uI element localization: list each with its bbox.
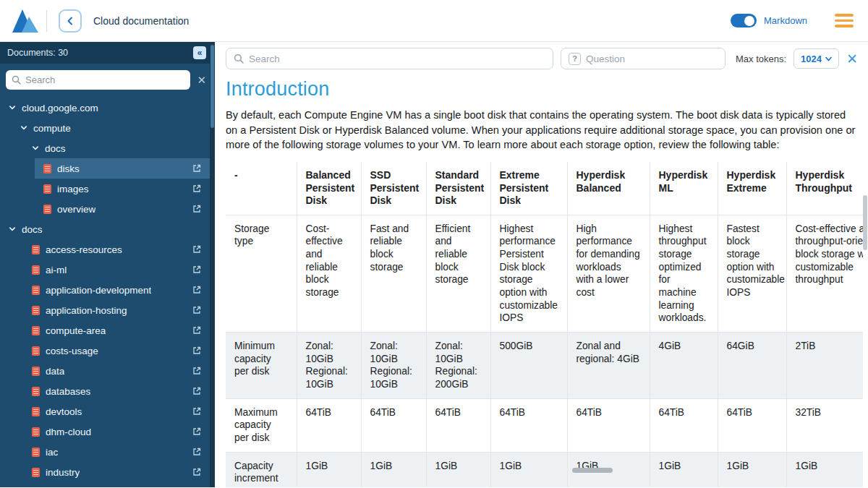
chevron-down-icon — [32, 145, 39, 152]
sidebar-item-docs[interactable]: docs — [23, 138, 210, 158]
folder-label: cloud.google.com — [22, 103, 98, 114]
external-link-icon[interactable] — [192, 367, 201, 375]
document-icon — [43, 164, 51, 174]
document-icon — [32, 286, 40, 295]
search-icon — [12, 75, 21, 85]
external-link-icon[interactable] — [192, 326, 201, 335]
document-label: data — [46, 366, 64, 377]
external-link-icon[interactable] — [192, 427, 201, 436]
sidebar-item-data[interactable]: data — [23, 361, 210, 381]
document-icon — [32, 326, 40, 335]
sidebar-item-costs-usage[interactable]: costs-usage — [23, 341, 210, 361]
document-icon — [32, 306, 40, 315]
sidebar-item-docs[interactable]: docs — [0, 219, 210, 239]
document-icon — [43, 184, 51, 194]
close-icon[interactable]: ✕ — [846, 52, 858, 66]
app-logo — [9, 7, 42, 35]
search-field — [226, 48, 553, 69]
table-cell: Cost-effective and throughput-oriented b… — [786, 215, 863, 332]
document-icon — [32, 407, 40, 416]
column-header: SSD Persistent Disk — [361, 162, 426, 215]
table-cell: 1GiB — [361, 452, 426, 487]
sidebar-scrollbar-thumb[interactable] — [210, 45, 214, 128]
sidebar-item-application-development[interactable]: application-development — [23, 280, 210, 300]
external-link-icon[interactable] — [192, 306, 201, 314]
search-icon — [234, 53, 244, 64]
menu-icon[interactable] — [835, 14, 854, 27]
table-cell: 64TiB — [567, 398, 650, 452]
table-cell: 64GiB — [718, 332, 786, 398]
column-header: Hyperdisk Throughput — [786, 162, 863, 215]
sidebar-item-compute-area[interactable]: compute-area — [23, 320, 210, 341]
external-link-icon[interactable] — [192, 245, 201, 254]
table-cell: 64TiB — [490, 398, 567, 452]
question-input[interactable] — [586, 53, 718, 64]
sidebar-item-access-resources[interactable]: access-resources — [23, 239, 210, 260]
max-tokens-dropdown[interactable]: 1024 — [793, 48, 839, 69]
external-link-icon[interactable] — [192, 448, 201, 456]
sidebar-tree: cloud.google.comcomputedocsdisksimagesov… — [0, 95, 215, 482]
sidebar-item-iac[interactable]: iac — [23, 442, 210, 462]
external-link-icon[interactable] — [192, 164, 201, 173]
table-header-row: -Balanced Persistent DiskSSD Persistent … — [226, 162, 863, 215]
markdown-toggle[interactable] — [731, 14, 757, 27]
sidebar-search-input[interactable] — [25, 74, 184, 85]
search-input[interactable] — [249, 53, 545, 64]
row-header: Capacity increment — [226, 452, 297, 487]
external-link-icon[interactable] — [192, 387, 201, 395]
table-cell: 1GiB — [490, 452, 567, 487]
folder-label: compute — [33, 123, 71, 134]
horizontal-scrollbar-thumb[interactable] — [572, 468, 613, 473]
document-label: databases — [46, 386, 90, 397]
main-panel: ? Max tokens: 1024 ✕ Introduction By def… — [215, 42, 868, 487]
clear-search-icon[interactable]: ✕ — [197, 74, 206, 85]
document-label: images — [57, 184, 89, 194]
table-cell: 1GiB — [718, 452, 786, 487]
sidebar-item-disks[interactable]: disks — [35, 158, 210, 179]
intro-paragraph: By default, each Compute Engine VM has a… — [226, 108, 857, 153]
page-title: Cloud documentation — [93, 15, 189, 27]
document-icon — [32, 427, 40, 437]
table-cell: Highest throughput storage optimized for… — [650, 215, 718, 332]
external-link-icon[interactable] — [192, 205, 201, 213]
sidebar-item-overview[interactable]: overview — [35, 199, 210, 219]
sidebar-item-images[interactable]: images — [35, 179, 210, 199]
sidebar-scrollbar[interactable] — [210, 42, 215, 487]
topbar-actions: Markdown — [731, 14, 854, 27]
document-icon — [32, 468, 40, 477]
back-button[interactable] — [59, 9, 82, 33]
sidebar-item-cloud.google.com[interactable]: cloud.google.com — [0, 98, 210, 118]
document-label: disks — [57, 163, 80, 174]
sidebar-item-devtools[interactable]: devtools — [23, 401, 210, 421]
table-cell: 1GiB — [297, 452, 361, 487]
sidebar-item-compute[interactable]: compute — [12, 118, 210, 138]
vertical-scrollbar-thumb[interactable] — [863, 195, 867, 250]
column-header: - — [226, 162, 297, 215]
column-header: Extreme Persistent Disk — [490, 162, 567, 215]
sidebar-item-ai-ml[interactable]: ai-ml — [23, 260, 210, 280]
external-link-icon[interactable] — [192, 184, 201, 193]
document-label: industry — [46, 467, 80, 478]
chevron-left-icon — [66, 17, 75, 25]
table-row: Capacity increment1GiB1GiB1GiB1GiB1GiB1G… — [226, 452, 863, 487]
sidebar-item-application-hosting[interactable]: application-hosting — [23, 300, 210, 320]
document-label: access-resources — [46, 244, 122, 255]
sidebar-item-industry[interactable]: industry — [23, 462, 210, 482]
storage-table-container[interactable]: -Balanced Persistent DiskSSD Persistent … — [226, 162, 863, 487]
external-link-icon[interactable] — [192, 407, 201, 416]
external-link-icon[interactable] — [192, 265, 201, 274]
sidebar: Documents: 30 « ✕ cloud.google.comcomput… — [0, 42, 215, 487]
document-icon — [32, 367, 40, 376]
table-row: Minimum capacity per diskZonal: 10GiB Re… — [226, 332, 863, 398]
document-label: iac — [46, 447, 58, 458]
external-link-icon[interactable] — [192, 346, 201, 355]
document-label: application-hosting — [46, 305, 127, 316]
external-link-icon[interactable] — [192, 286, 201, 294]
external-link-icon[interactable] — [192, 468, 201, 476]
sidebar-item-dhm-cloud[interactable]: dhm-cloud — [23, 421, 210, 442]
table-cell: 32TiB — [786, 398, 863, 452]
document-label: compute-area — [46, 325, 106, 336]
sidebar-collapse-button[interactable]: « — [193, 46, 206, 59]
sidebar-item-databases[interactable]: databases — [23, 381, 210, 401]
document-label: devtools — [46, 406, 82, 417]
